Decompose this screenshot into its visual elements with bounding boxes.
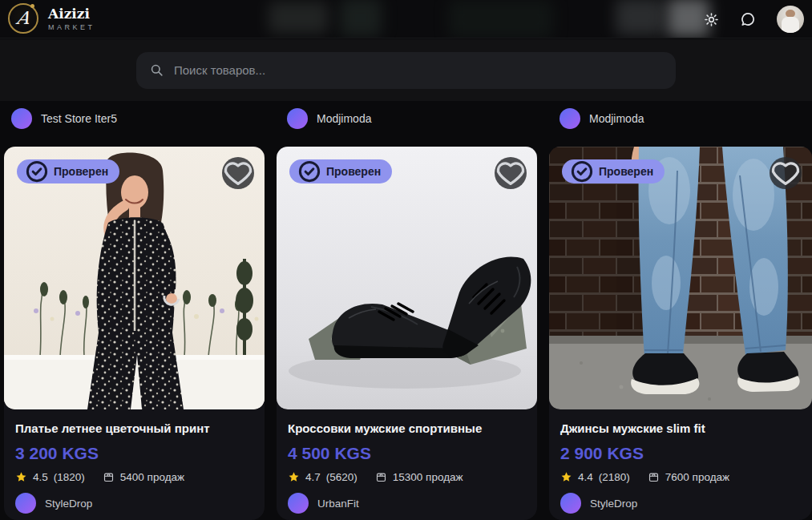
product-image-jeans: Проверен	[549, 147, 812, 409]
star-icon	[560, 471, 572, 483]
product-image-dress: Проверен	[4, 147, 265, 409]
product-title: Кроссовки мужские спортивные	[288, 421, 526, 437]
blurred-banner-tile	[340, 0, 382, 37]
check-circle-icon	[297, 159, 321, 183]
store-avatar	[560, 108, 580, 129]
product-card-jeans[interactable]: Проверен Джинсы мужские slim fit 2 900 K…	[549, 147, 812, 520]
blurred-banner-tile	[449, 0, 553, 38]
product-card-dress[interactable]: Проверен Платье летнее цветочный принт 3…	[4, 147, 265, 520]
brand-logo[interactable]: 𝐴 Aizizi MARKET	[8, 3, 95, 34]
blurred-banner-tile	[269, 2, 329, 34]
store-chip[interactable]: Test Store Iter5	[11, 107, 117, 131]
search-icon	[149, 62, 164, 78]
product-meta: 4.4 (2180) 7600 продаж	[560, 471, 801, 483]
search-input[interactable]	[174, 63, 663, 77]
store-name: StyleDrop	[590, 498, 637, 510]
product-store[interactable]: StyleDrop	[15, 493, 253, 514]
search-section	[0, 39, 812, 101]
brand-name: Aizizi	[48, 6, 95, 22]
sales-count: 5400 продаж	[120, 471, 184, 483]
store-name: Modjimoda	[317, 112, 371, 125]
store-name: Modjimoda	[589, 112, 644, 125]
store-avatar	[288, 493, 309, 514]
blurred-banner-tile	[616, 0, 664, 35]
rating-value: 4.5	[33, 471, 48, 483]
theme-toggle-sun-icon[interactable]	[703, 11, 719, 27]
reviews-count: (2180)	[599, 471, 630, 483]
product-meta: 4.7 (5620) 15300 продаж	[288, 471, 526, 483]
sales-bag-icon	[103, 471, 115, 483]
header: 𝐴 Aizizi MARKET	[0, 0, 812, 38]
store-chip[interactable]: Modjimoda	[560, 107, 644, 131]
check-circle-icon	[570, 159, 594, 183]
product-title: Джинсы мужские slim fit	[560, 421, 801, 437]
product-card-sneakers[interactable]: Проверен Кроссовки мужские спортивные 4 …	[277, 147, 537, 520]
brand-tagline: MARKET	[48, 23, 95, 31]
product-store[interactable]: UrbanFit	[288, 493, 526, 514]
product-price: 3 200 KGS	[15, 443, 253, 464]
store-chip[interactable]: Modjimoda	[287, 107, 371, 131]
favorite-heart-button[interactable]	[495, 157, 527, 189]
product-price: 2 900 KGS	[560, 443, 801, 464]
header-actions	[703, 0, 804, 38]
logo-emblem-icon: 𝐴	[8, 3, 38, 34]
store-name: StyleDrop	[45, 498, 92, 510]
star-icon	[288, 471, 300, 483]
rating-value: 4.7	[305, 471, 321, 483]
store-name: UrbanFit	[317, 498, 359, 510]
check-circle-icon	[25, 159, 49, 183]
store-avatar	[560, 493, 581, 514]
heart-icon	[770, 157, 802, 189]
verified-badge: Проверен	[562, 159, 665, 183]
store-avatar	[287, 108, 308, 129]
product-meta: 4.5 (1820) 5400 продаж	[15, 471, 253, 483]
sales-count: 15300 продаж	[393, 471, 463, 483]
heart-icon	[222, 157, 254, 189]
sales-bag-icon	[648, 471, 660, 483]
product-price: 4 500 KGS	[288, 443, 526, 464]
sales-bag-icon	[375, 471, 387, 483]
reviews-count: (1820)	[54, 471, 85, 483]
user-avatar[interactable]	[777, 6, 804, 33]
store-name: Test Store Iter5	[41, 112, 117, 125]
product-store[interactable]: StyleDrop	[560, 493, 801, 514]
search-bar[interactable]	[136, 52, 676, 89]
reviews-count: (5620)	[326, 471, 358, 483]
heart-icon	[495, 157, 527, 189]
star-icon	[15, 471, 27, 483]
verified-badge: Проверен	[17, 159, 119, 183]
verified-badge: Проверен	[289, 159, 392, 183]
marketplace-page: 𝐴 Aizizi MARKET	[0, 0, 812, 520]
rating-value: 4.4	[578, 471, 593, 483]
store-avatar	[15, 493, 36, 514]
favorite-heart-button[interactable]	[222, 157, 254, 189]
product-title: Платье летнее цветочный принт	[15, 421, 253, 437]
favorite-heart-button[interactable]	[770, 157, 802, 189]
store-avatar	[11, 108, 32, 129]
chat-bubble-icon[interactable]	[740, 11, 756, 27]
product-image-sneakers: Проверен	[277, 147, 537, 409]
sales-count: 7600 продаж	[665, 471, 729, 483]
